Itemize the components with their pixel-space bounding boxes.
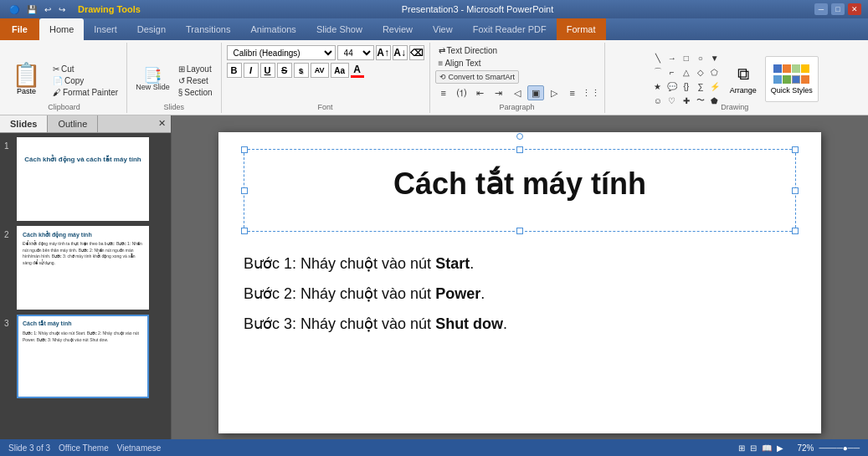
handle-ml[interactable] — [241, 187, 248, 194]
slide-preview-3[interactable]: Cách tắt máy tính Bước 1: Nháy chuột vào… — [17, 315, 149, 398]
handle-tl[interactable] — [241, 146, 248, 153]
section-button[interactable]: § Section — [175, 87, 216, 98]
shape-brace[interactable]: {} — [680, 79, 693, 93]
bullets-button[interactable]: ≡ — [435, 85, 452, 100]
font-color-button[interactable]: A — [351, 64, 364, 78]
quick-styles-button[interactable]: Quick Styles — [765, 56, 819, 102]
slide-title-textbox[interactable]: Cách tắt máy tính — [244, 149, 796, 232]
maximize-button[interactable]: □ — [831, 3, 845, 15]
undo-button[interactable]: ↩ — [42, 4, 54, 15]
shape-pentagon[interactable]: ⬠ — [708, 65, 722, 79]
shape-arrow[interactable]: → — [665, 51, 679, 64]
minimize-button[interactable]: ─ — [814, 3, 828, 15]
decrease-indent-button[interactable]: ⇤ — [472, 85, 489, 100]
shape-action[interactable]: ⚡ — [708, 79, 722, 93]
arrange-button[interactable]: ⧉ Arrange — [725, 56, 762, 102]
tab-format[interactable]: Format — [557, 18, 606, 40]
col-spacing-button[interactable]: ⋮⋮ — [583, 85, 599, 100]
reading-view-button[interactable]: 📖 — [762, 443, 772, 453]
shape-curve[interactable]: ⌒ — [651, 65, 665, 79]
tab-animations[interactable]: Animations — [240, 18, 306, 40]
rotation-handle[interactable] — [516, 133, 523, 140]
shape-rect[interactable]: □ — [680, 51, 693, 64]
zoom-slider[interactable]: ────●── — [819, 443, 860, 453]
shape-diamond[interactable]: ◇ — [694, 65, 707, 79]
slide-preview-content-2: Cách khởi động máy tính Để khởi động máy… — [18, 228, 147, 308]
slide-sorter-button[interactable]: ⊟ — [750, 443, 757, 453]
tab-transitions[interactable]: Transitions — [176, 18, 240, 40]
slide-preview-2[interactable]: Cách khởi động máy tính Để khởi động máy… — [17, 226, 149, 310]
handle-br[interactable] — [792, 228, 799, 234]
font-size-select[interactable]: 44 — [337, 45, 374, 60]
tab-review[interactable]: Review — [372, 18, 423, 40]
shadow-button[interactable]: s — [294, 63, 309, 78]
char-spacing-button[interactable]: AV — [311, 63, 329, 78]
format-painter-button[interactable]: 🖌 Format Painter — [49, 87, 121, 98]
increase-indent-button[interactable]: ⇥ — [490, 85, 507, 100]
save-button[interactable]: 💾 — [24, 4, 39, 15]
paste-button[interactable]: 📋 Paste — [7, 62, 46, 97]
text-direction-button[interactable]: ⇄ Text Direction — [435, 45, 501, 56]
tab-view[interactable]: View — [423, 18, 463, 40]
handle-tr[interactable] — [792, 146, 799, 153]
decrease-font-button[interactable]: A↓ — [393, 45, 408, 60]
tab-home[interactable]: Home — [39, 18, 84, 40]
tab-design[interactable]: Design — [127, 18, 176, 40]
shape-connector[interactable]: ⌐ — [665, 65, 679, 79]
arrange-icon: ⧉ — [737, 64, 749, 84]
convert-smartart-button[interactable]: ⟲ Convert to SmartArt — [435, 70, 520, 84]
format-painter-icon: 🖌 — [53, 88, 61, 97]
shape-star[interactable]: ★ — [651, 79, 665, 93]
handle-bl[interactable] — [241, 228, 248, 234]
normal-view-button[interactable]: ⊞ — [738, 443, 745, 453]
convert-smartart-icon: ⟲ — [439, 73, 446, 81]
bold-button[interactable]: B — [227, 63, 242, 78]
window-controls: ─ □ ✕ — [814, 3, 861, 15]
strikethrough-button[interactable]: S — [277, 63, 292, 78]
panel-close-button[interactable]: ✕ — [153, 115, 171, 132]
canvas-area[interactable]: Cách tắt máy tính Bước 1: Nháy chuột vào… — [172, 115, 868, 439]
panel-tab-slides[interactable]: Slides — [0, 115, 48, 132]
reset-button[interactable]: ↺ Reset — [175, 75, 216, 86]
slide-canvas: Cách tắt máy tính Bước 1: Nháy chuột vào… — [218, 132, 821, 433]
office-button[interactable]: 🔵 — [7, 4, 22, 15]
shape-equation[interactable]: ∑ — [694, 79, 707, 93]
shape-more[interactable]: ▼ — [708, 51, 722, 64]
align-left-button[interactable]: ◁ — [509, 85, 526, 100]
shape-oval[interactable]: ○ — [694, 51, 707, 64]
clear-format-button[interactable]: ⌫ — [409, 45, 424, 60]
tab-foxit[interactable]: Foxit Reader PDF — [463, 18, 557, 40]
font-name-select[interactable]: Calibri (Headings) — [227, 45, 336, 60]
numbering-button[interactable]: ⑴ — [454, 85, 470, 100]
slide-preview-1[interactable]: Cách khởi động và cách tắt máy tính — [17, 137, 149, 221]
close-button[interactable]: ✕ — [848, 3, 861, 15]
shape-callout[interactable]: 💬 — [665, 79, 679, 93]
shape-tri[interactable]: △ — [680, 65, 693, 79]
change-case-button[interactable]: Aa — [331, 63, 349, 78]
para-align-row: ≡ ⑴ ⇤ ⇥ ◁ ▣ ▷ ≡ ⋮⋮ — [435, 85, 599, 100]
tab-insert[interactable]: Insert — [84, 18, 127, 40]
copy-button[interactable]: 📄 Copy — [49, 75, 121, 86]
font-color-icon: A — [353, 64, 361, 75]
new-slide-button[interactable]: 📑 New Slide — [132, 57, 173, 103]
cut-button[interactable]: ✂ Cut — [49, 64, 121, 74]
tab-file[interactable]: File — [0, 18, 39, 40]
increase-font-button[interactable]: A↑ — [376, 45, 391, 60]
font-format-row: B I U S s AV Aa A — [227, 63, 364, 78]
slideshow-button[interactable]: ▶ — [777, 443, 783, 453]
justify-button[interactable]: ≡ — [564, 85, 581, 100]
shape-line[interactable]: ╲ — [651, 51, 665, 64]
italic-button[interactable]: I — [244, 63, 259, 78]
layout-button[interactable]: ⊞ Layout — [175, 64, 216, 74]
handle-mr[interactable] — [792, 187, 799, 194]
align-right-button[interactable]: ▷ — [546, 85, 562, 100]
handle-bc[interactable] — [516, 228, 523, 234]
redo-button[interactable]: ↪ — [56, 4, 68, 15]
handle-tc[interactable] — [516, 146, 523, 153]
copy-icon: 📄 — [53, 76, 63, 85]
panel-tab-outline[interactable]: Outline — [48, 115, 98, 132]
tab-slideshow[interactable]: Slide Show — [306, 18, 372, 40]
underline-button[interactable]: U — [260, 63, 275, 78]
align-text-button[interactable]: ≡ Align Text — [435, 58, 485, 69]
align-center-button[interactable]: ▣ — [527, 85, 544, 100]
